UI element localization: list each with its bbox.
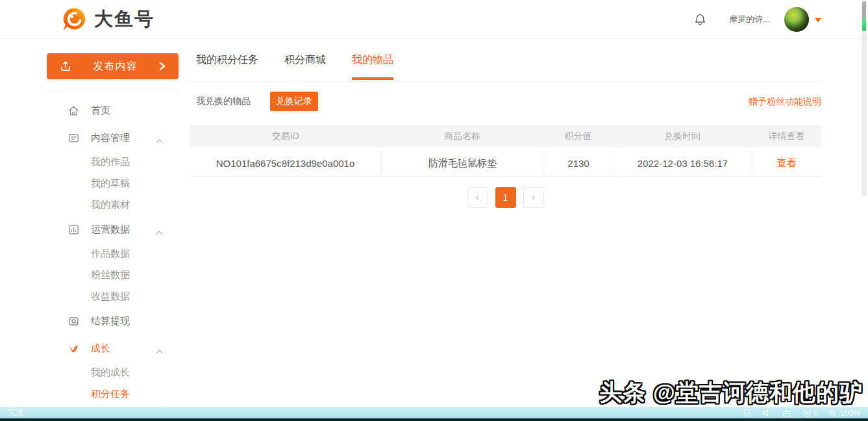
sidebar-subitem-revenue-data[interactable]: 收益数据 [0,286,190,307]
table-row: NO101fa6675c8f213d9e0a001o 防滑毛毡鼠标垫 2130 … [190,150,821,177]
pagination: ‹ 1 › [190,187,821,208]
chevron-right-icon [158,62,166,71]
chevron-up-icon[interactable] [155,227,164,238]
tab-my-points-tasks[interactable]: 我的积分任务 [196,39,258,81]
sidebar-item-label: 结算提现 [91,315,130,327]
sidebar-item-home[interactable]: 首页 [0,97,190,124]
withdraw-icon [67,314,80,327]
zoom-icon[interactable]: 100% [828,409,860,418]
scrollbar-thumb[interactable] [862,1,866,31]
table-header-row: 交易ID 商品名称 积分值 兑换时间 详情查看 [190,125,821,147]
col-header-exchange-time: 兑换时间 [613,131,752,142]
bar-chart-icon [67,223,80,236]
fish-logo-icon [61,6,88,33]
cell-exchange-time: 2022-12-03 16:56:17 [613,150,752,176]
cell-product-name: 防滑毛毡鼠标垫 [381,150,543,176]
logo-text: 大鱼号 [94,6,155,32]
exchange-table: 交易ID 商品名称 积分值 兑换时间 详情查看 NO101fa6675c8f21… [190,125,821,177]
browser-status-bar: 完成 0 100% [0,407,868,418]
pagination-prev-button[interactable]: ‹ [467,187,488,208]
toutiao-watermark: 头条 @堂吉诃德和他的驴 [599,377,863,408]
status-icons: 0 100% [743,409,860,418]
bottom-window-strip [0,418,868,421]
content-icon [67,131,80,144]
tab-bar: 我的积分任务 积分商城 我的物品 [190,39,821,82]
user-menu-caret-icon[interactable] [815,18,821,25]
status-text: 完成 [8,407,23,418]
col-header-transaction-id: 交易ID [190,131,381,142]
sidebar-item-label: 运营数据 [91,223,130,236]
home-icon [67,104,80,117]
sidebar-item-label: 内容管理 [91,132,130,144]
notification-bell-icon[interactable] [693,12,707,27]
sidebar-subitem-my-materials[interactable]: 我的素材 [0,194,190,216]
sidebar: 发布内容 首页 内容管理 [0,39,190,407]
sidebar-subitem-works-data[interactable]: 作品数据 [0,243,190,264]
sidebar-item-label: 成长 [91,342,110,355]
gift-fans-help-link[interactable]: 赠予粉丝功能说明 [749,96,821,108]
cell-points-value: 2130 [543,150,613,176]
growth-icon [67,342,80,355]
sidebar-subitem-my-drafts[interactable]: 我的草稿 [0,173,190,194]
counter-badge-icon[interactable]: 0 [802,409,819,418]
section-label: 我兑换的物品 [196,96,251,107]
sidebar-item-operation-data[interactable]: 运营数据 [0,216,190,243]
sidebar-item-settlement[interactable]: 结算提现 [0,307,190,335]
tab-points-mall[interactable]: 积分商城 [284,39,326,81]
main-content: 我的积分任务 积分商城 我的物品 我兑换的物品 兑换记录 赠予粉丝功能说明 交易… [190,39,821,208]
sidebar-menu: 首页 内容管理 我的作品 我的草稿 我的素材 运营数据 [0,97,190,405]
badge-count: 0 [814,409,819,418]
sidebar-item-growth[interactable]: 成长 [0,335,190,362]
upload-icon [59,60,72,73]
sidebar-item-content-management[interactable]: 内容管理 [0,124,190,151]
col-header-product-name: 商品名称 [381,131,543,142]
sidebar-divider [47,92,179,92]
speaker-icon[interactable] [762,409,772,418]
header-user-area: 摩罗的诗... [693,0,821,39]
view-details-link[interactable]: 查看 [752,150,821,176]
publish-label: 发布内容 [93,60,138,73]
user-name[interactable]: 摩罗的诗... [729,14,770,25]
zoom-level: 100% [840,409,860,418]
security-shield-icon[interactable] [743,409,752,418]
page-scrollbar[interactable] [862,0,867,196]
user-avatar[interactable] [784,7,809,32]
sidebar-item-label: 首页 [91,105,110,117]
sidebar-subitem-my-growth[interactable]: 我的成长 [0,362,190,383]
col-header-details: 详情查看 [752,131,821,142]
briefcase-icon[interactable] [782,409,792,418]
items-toolbar: 我兑换的物品 兑换记录 赠予粉丝功能说明 [190,82,821,120]
sidebar-subitem-points-task[interactable]: 积分任务 [0,383,190,405]
sidebar-subitem-my-works[interactable]: 我的作品 [0,151,190,173]
exchange-records-button[interactable]: 兑换记录 [270,92,318,111]
tab-my-items[interactable]: 我的物品 [352,39,393,81]
pagination-next-button[interactable]: › [523,187,544,208]
publish-content-button[interactable]: 发布内容 [47,53,179,79]
col-header-points-value: 积分值 [543,131,613,142]
cell-transaction-id: NO101fa6675c8f213d9e0a001o [190,150,381,176]
sidebar-subitem-fans-data[interactable]: 粉丝数据 [0,264,190,286]
chevron-up-icon[interactable] [155,346,164,357]
pagination-page-1-button[interactable]: 1 [495,187,516,208]
top-header: 大鱼号 摩罗的诗... [0,0,868,39]
dayu-logo[interactable]: 大鱼号 [61,6,155,33]
chevron-up-icon[interactable] [155,135,164,146]
